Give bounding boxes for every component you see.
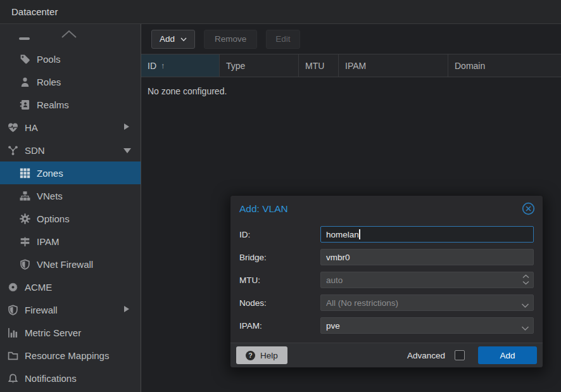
page-title: Datacenter (11, 6, 58, 17)
address-book-icon (20, 99, 30, 110)
sidebar-item-vnet-firewall[interactable]: VNet Firewall (0, 253, 141, 275)
add-button[interactable]: Add (151, 30, 195, 49)
ipam-field-label: IPAM: (239, 321, 320, 331)
sidebar-item-label: Firewall (25, 305, 58, 315)
bridge-field-label: Bridge: (239, 253, 320, 262)
id-field-label: ID: (239, 230, 320, 239)
empty-table-message: No zone configured. (141, 77, 561, 96)
sidebar-item-label: ACME (25, 282, 52, 293)
sidebar-item-label: VNet Firewall (37, 259, 93, 270)
sidebar-item-label: SDN (25, 145, 45, 156)
chevron-down-icon (180, 34, 187, 44)
heartbeat-icon (8, 122, 18, 133)
sidebar-item-label: Options (37, 213, 70, 224)
zones-toolbar: Add Remove Edit (141, 24, 561, 54)
nodes-field-label: Nodes: (239, 298, 320, 308)
user-icon (20, 77, 30, 87)
sidebar-item-ha[interactable]: HA (0, 116, 141, 139)
sidebar-item-firewall[interactable]: Firewall (0, 298, 141, 321)
sidebar-item-metric-server[interactable]: Metric Server (0, 321, 141, 344)
collapse-caret-icon[interactable] (123, 148, 131, 153)
shield-icon (20, 259, 30, 270)
sidebar-item-notifications[interactable]: Notifications (0, 367, 141, 389)
folder-icon (8, 350, 18, 361)
sidebar-item-label: Notifications (25, 373, 77, 384)
dialog-titlebar[interactable]: Add: VLAN (230, 196, 543, 220)
sidebar-clipped-row[interactable] (0, 24, 141, 47)
sort-ascending-icon: ↑ (161, 61, 165, 70)
zones-table-header: ID ↑ Type MTU IPAM Domain (141, 54, 561, 77)
ipam-dropdown[interactable] (320, 317, 534, 334)
clipped-item-icon (19, 37, 30, 40)
sidebar-item-label: Realms (37, 99, 69, 110)
nodes-dropdown[interactable] (320, 294, 534, 311)
sidebar-item-resource-mappings[interactable]: Resource Mappings (0, 344, 141, 367)
column-header-type[interactable]: Type (220, 54, 299, 77)
close-icon[interactable] (522, 202, 535, 215)
sidebar-item-acme[interactable]: ACME (0, 275, 141, 298)
sidebar-item-label: Metric Server (25, 327, 81, 338)
sidebar-item-realms[interactable]: Realms (0, 93, 141, 116)
certificate-icon (8, 282, 18, 293)
submit-add-button[interactable]: Add (478, 346, 537, 364)
shield-icon (8, 305, 18, 315)
bridge-input[interactable] (320, 249, 534, 265)
sdn-nodes-icon (8, 145, 18, 156)
dialog-body: ID: Bridge: MTU: Nodes: (230, 220, 543, 343)
question-mark-icon: ? (246, 351, 255, 360)
sidebar-item-label: Zones (37, 168, 63, 179)
dialog-title: Add: VLAN (239, 203, 288, 215)
spinner-up-icon (522, 274, 529, 279)
sidebar-item-options[interactable]: Options (0, 207, 141, 230)
help-button-label: Help (260, 351, 278, 360)
sidebar-item-vnets[interactable]: VNets (0, 184, 141, 207)
spinner-arrows[interactable] (522, 274, 529, 285)
add-vlan-dialog: Add: VLAN ID: Bridge: MTU: (230, 195, 543, 368)
edit-button[interactable]: Edit (266, 30, 299, 49)
advanced-label: Advanced (407, 351, 445, 360)
grid-icon (20, 168, 30, 179)
bar-chart-icon (8, 327, 18, 338)
sidebar-item-label: Resource Mappings (25, 350, 109, 361)
sitemap-icon (20, 191, 30, 201)
id-input[interactable] (320, 226, 534, 243)
mtu-field-label: MTU: (239, 275, 320, 285)
top-header-bar: Datacenter (0, 0, 561, 24)
sidebar-item-roles[interactable]: Roles (0, 70, 141, 93)
spinner-down-icon (522, 281, 529, 285)
tag-icon (20, 54, 30, 65)
sidebar-item-label: Roles (37, 77, 61, 87)
chevron-up-icon (61, 30, 77, 41)
remove-button[interactable]: Remove (204, 30, 257, 49)
datacenter-nav-sidebar: Pools Roles Realms HA SDN Zones VNets (0, 24, 141, 392)
sidebar-item-sdn[interactable]: SDN (0, 139, 141, 161)
sidebar-item-pools[interactable]: Pools (0, 47, 141, 70)
expand-caret-icon[interactable] (124, 123, 129, 130)
sidebar-item-label: HA (25, 122, 38, 133)
help-button[interactable]: ? Help (236, 346, 287, 364)
column-header-mtu[interactable]: MTU (299, 54, 339, 77)
mtu-spinner-input[interactable] (320, 272, 534, 288)
sidebar-item-zones[interactable]: Zones (0, 161, 141, 184)
sidebar-item-label: IPAM (37, 236, 60, 247)
dialog-footer: ? Help Advanced Add (230, 343, 543, 367)
column-header-ipam[interactable]: IPAM (339, 54, 448, 77)
add-button-label: Add (160, 34, 175, 44)
signpost-icon (20, 236, 30, 247)
sidebar-item-label: Pools (37, 54, 61, 65)
column-label: ID (148, 61, 156, 71)
expand-caret-icon[interactable] (124, 306, 129, 312)
text-cursor (359, 229, 360, 239)
column-header-id[interactable]: ID ↑ (141, 54, 220, 77)
bell-icon (8, 373, 18, 384)
sidebar-item-label: VNets (37, 191, 63, 201)
advanced-checkbox[interactable] (455, 350, 465, 360)
sidebar-item-ipam[interactable]: IPAM (0, 230, 141, 253)
column-header-domain[interactable]: Domain (448, 54, 561, 77)
gear-icon (20, 213, 30, 224)
